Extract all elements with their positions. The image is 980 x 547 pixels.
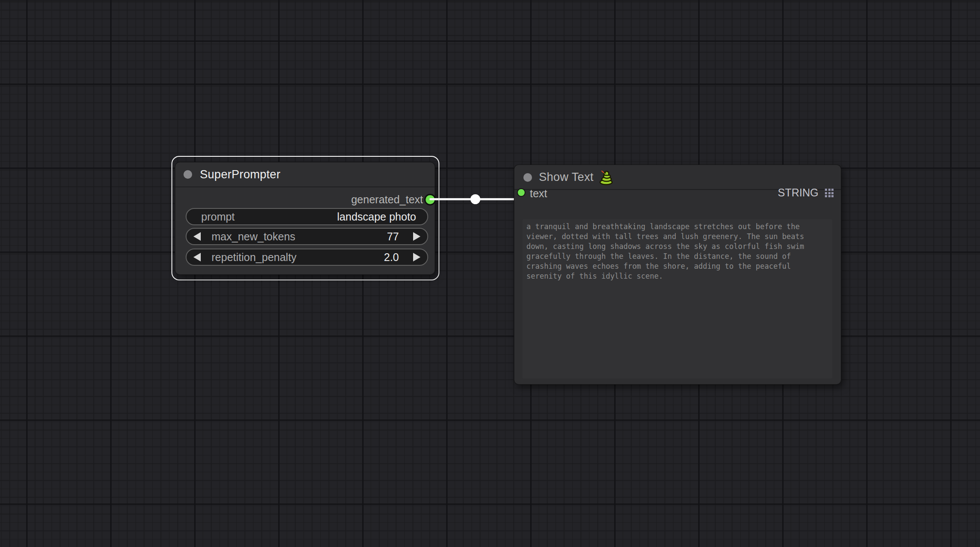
increment-arrow-icon[interactable] (413, 253, 420, 261)
superprompter-node-title: SuperPrompter (200, 162, 280, 186)
repetition-penalty-widget[interactable]: repetition_penalty 2.0 (186, 249, 428, 266)
grid-dots-icon[interactable] (825, 189, 835, 199)
prompt-widget-label: prompt (201, 209, 235, 224)
superprompter-node[interactable]: SuperPrompter generated_text prompt land… (175, 162, 435, 275)
collapse-dot-icon[interactable] (523, 173, 532, 182)
node-graph-canvas[interactable]: SuperPrompter generated_text prompt land… (0, 0, 980, 547)
max-new-tokens-widget[interactable]: max_new_tokens 77 (186, 228, 428, 245)
increment-arrow-icon[interactable] (413, 232, 420, 241)
repetition-penalty-widget-label: repetition_penalty (212, 249, 296, 265)
input-port-text[interactable] (517, 188, 526, 197)
prompt-widget[interactable]: prompt landscape photo (186, 208, 428, 225)
collapse-dot-icon[interactable] (184, 170, 192, 179)
show-text-node-title: Show Text (539, 165, 594, 189)
decrement-arrow-icon[interactable] (193, 232, 201, 241)
show-text-node[interactable]: Show Text text STRING a tranquil (514, 165, 841, 385)
decrement-arrow-icon[interactable] (193, 253, 201, 261)
input-slot-label: text (530, 187, 547, 200)
show-text-textarea[interactable]: a tranquil and breathtaking landscape st… (523, 219, 832, 379)
snake-emoji-icon (598, 169, 614, 185)
superprompter-node-header[interactable]: SuperPrompter (175, 162, 435, 187)
max-new-tokens-widget-value[interactable]: 77 (387, 229, 399, 244)
link-midpoint-dot[interactable] (470, 194, 480, 204)
show-text-io-row: text STRING (514, 192, 841, 210)
max-new-tokens-widget-label: max_new_tokens (212, 229, 296, 244)
repetition-penalty-widget-value[interactable]: 2.0 (384, 249, 399, 265)
prompt-widget-value[interactable]: landscape photo (337, 209, 416, 224)
output-slot-label: generated_text (351, 193, 423, 206)
output-slot-label: STRING (778, 187, 818, 198)
